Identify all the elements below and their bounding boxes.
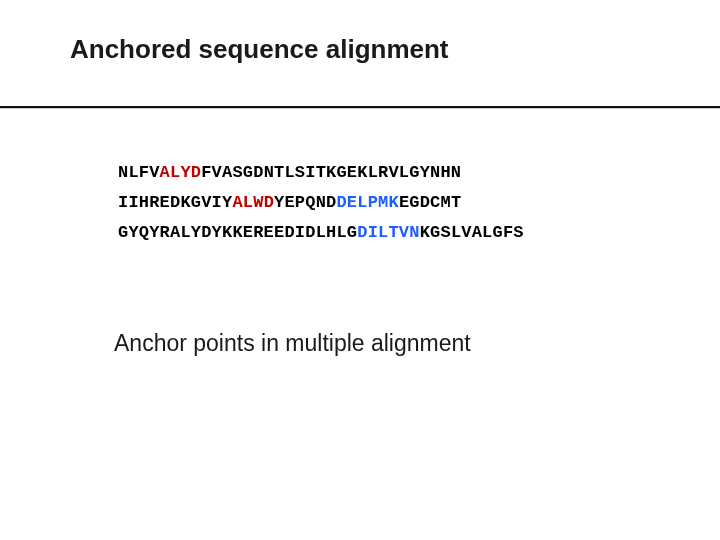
seq-highlight-red: ALYD — [160, 163, 202, 182]
page-title: Anchored sequence alignment — [70, 34, 650, 65]
seq-text: KGSLVALGFS — [420, 223, 524, 242]
seq-text: NLFV — [118, 163, 160, 182]
subtitle-text: Anchor points in multiple alignment — [114, 330, 471, 357]
sequence-row: NLFVALYDFVASGDNTLSITKGEKLRVLGYNHN — [118, 158, 524, 188]
seq-highlight-red: ALWD — [232, 193, 274, 212]
title-divider — [0, 106, 720, 109]
sequence-row: IIHREDKGVIYALWDYEPQNDDELPMKEGDCMT — [118, 188, 524, 218]
sequence-row: GYQYRALYDYKKEREEDIDLHLGDILTVNKGSLVALGFS — [118, 218, 524, 248]
seq-text: FVASGDNTLSITKGEKLRVLGYNHN — [201, 163, 461, 182]
seq-text: YEPQND — [274, 193, 336, 212]
slide: Anchored sequence alignment NLFVALYDFVAS… — [0, 0, 720, 540]
seq-text: IIHREDKGVIY — [118, 193, 232, 212]
seq-text: EGDCMT — [399, 193, 461, 212]
seq-text: GYQYRALYDYKKEREEDIDLHLG — [118, 223, 357, 242]
sequence-block: NLFVALYDFVASGDNTLSITKGEKLRVLGYNHN IIHRED… — [118, 158, 524, 248]
divider-shadow — [0, 108, 720, 109]
seq-highlight-blue: DILTVN — [357, 223, 419, 242]
seq-highlight-blue: DELPMK — [336, 193, 398, 212]
